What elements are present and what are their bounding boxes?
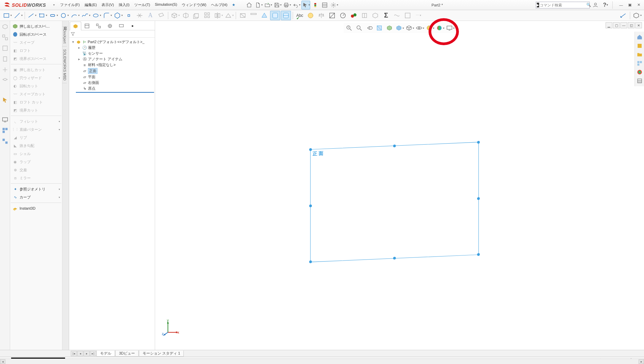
menu-insert[interactable]: 挿入(I) bbox=[117, 1, 131, 8]
feature-revolve-icon[interactable] bbox=[192, 11, 202, 20]
tp-view-palette-icon[interactable] bbox=[636, 59, 644, 67]
lb-weldment-icon[interactable] bbox=[1, 65, 9, 74]
lb-assembly-icon[interactable] bbox=[1, 33, 9, 42]
scroll-right-button[interactable]: ▸ bbox=[639, 359, 644, 364]
app-menu-dropdown[interactable] bbox=[49, 1, 58, 9]
mdi-max-icon[interactable]: ▢ bbox=[613, 22, 620, 28]
tree-tab-property[interactable] bbox=[81, 21, 93, 30]
command-search-input[interactable] bbox=[540, 3, 586, 7]
tabscroll-prev[interactable]: ◂ bbox=[77, 351, 83, 356]
options-panel-button[interactable] bbox=[320, 1, 329, 9]
tabscroll-last[interactable]: ▸| bbox=[90, 351, 96, 356]
sigma-icon[interactable]: Σ bbox=[381, 11, 391, 20]
tree-origin[interactable]: ↳原点 bbox=[70, 86, 154, 91]
deviation-icon[interactable] bbox=[392, 11, 402, 20]
open-document-button[interactable] bbox=[264, 1, 272, 9]
performance-icon[interactable] bbox=[349, 11, 359, 20]
eval-display1-icon[interactable] bbox=[270, 11, 280, 20]
cmd-reference-geometry[interactable]: ✦参照ジオメトリ bbox=[11, 185, 61, 193]
balance-icon[interactable] bbox=[316, 11, 326, 20]
section-properties-icon[interactable] bbox=[327, 11, 337, 20]
lb-display-icon[interactable] bbox=[1, 115, 9, 124]
tp-library-icon[interactable] bbox=[636, 42, 644, 50]
eval-display2-icon[interactable] bbox=[281, 11, 291, 20]
sketch-trim-icon[interactable] bbox=[135, 11, 145, 20]
cmd-curves[interactable]: ∿カーブ bbox=[11, 193, 61, 201]
tab-3dview[interactable]: 3Dビュー bbox=[115, 351, 139, 357]
tp-resources-icon[interactable] bbox=[636, 33, 644, 41]
lb-part-icon[interactable] bbox=[1, 22, 9, 31]
cmd-extrude-boss[interactable]: 押し出しボス/ベ... bbox=[11, 22, 61, 30]
check-icon[interactable] bbox=[370, 11, 380, 20]
tab-model[interactable]: モデル bbox=[96, 351, 115, 357]
help-button[interactable]: ? bbox=[601, 1, 610, 9]
tree-tab-config[interactable] bbox=[93, 21, 104, 30]
vtab-mbd[interactable]: SOLIDWORKS MBD bbox=[62, 47, 67, 84]
tab-motion-study[interactable]: モーション スタディ 1 bbox=[139, 351, 184, 357]
feature-rib-icon[interactable] bbox=[224, 11, 234, 20]
more-tools-icon[interactable]: ⋯ bbox=[413, 11, 423, 20]
sketch-rectangle-icon[interactable] bbox=[2, 11, 12, 20]
tree-history[interactable]: ▸🕑履歴 bbox=[70, 45, 154, 51]
scroll-left-button[interactable]: ◂ bbox=[0, 359, 5, 364]
tree-front-plane[interactable]: ▱正面 bbox=[70, 68, 154, 74]
save-button[interactable] bbox=[273, 1, 282, 9]
tabscroll-first[interactable]: |◂ bbox=[71, 351, 77, 356]
user-account-icon[interactable] bbox=[591, 1, 600, 9]
tree-scrollbar[interactable]: ◂ ▸ bbox=[0, 359, 644, 364]
front-plane-outline[interactable]: 正面 bbox=[310, 142, 479, 262]
menu-view[interactable]: 表示(V) bbox=[99, 1, 116, 8]
print-button[interactable] bbox=[283, 1, 291, 9]
command-search[interactable]: ▶ 🔍 bbox=[536, 2, 590, 8]
feature-mirror-icon[interactable] bbox=[213, 11, 223, 20]
mdi-close-icon[interactable]: ✕ bbox=[635, 22, 642, 28]
tree-root[interactable]: ▾🏳Part2 (デフォルト<<デフォルト>_ bbox=[70, 39, 154, 45]
sketch-polygon-icon[interactable] bbox=[113, 11, 123, 20]
sketch-fillet-icon[interactable] bbox=[102, 11, 112, 20]
tp-explorer-icon[interactable] bbox=[636, 51, 644, 59]
sketch-point-icon[interactable] bbox=[124, 11, 134, 20]
tree-filter-bar[interactable] bbox=[69, 30, 155, 38]
vtab-compare[interactable]: 比較 bbox=[62, 21, 68, 27]
tree-top-plane[interactable]: ▱平面 bbox=[70, 74, 154, 80]
section-view-icon[interactable] bbox=[375, 24, 384, 32]
display-style-icon[interactable] bbox=[405, 24, 414, 32]
lb-drawing-icon[interactable] bbox=[1, 44, 9, 53]
lb-appearances-icon[interactable] bbox=[1, 137, 9, 146]
mdi-float-icon[interactable]: ◱ bbox=[628, 22, 635, 28]
cmd-instant3d[interactable]: Instant3D bbox=[11, 204, 61, 212]
edit-appearance-icon[interactable] bbox=[425, 24, 435, 32]
sketch-text-icon[interactable]: A bbox=[145, 11, 155, 20]
apply-scene-icon[interactable] bbox=[435, 24, 445, 32]
tp-appearances-icon[interactable] bbox=[636, 68, 644, 76]
eval-section-icon[interactable] bbox=[238, 11, 248, 20]
restore-button[interactable]: ▣ bbox=[626, 2, 634, 8]
orientation-triad[interactable]: y x z bbox=[162, 319, 179, 336]
sketch-circle-icon[interactable] bbox=[59, 11, 69, 20]
tree-sensors[interactable]: 📡センサー bbox=[70, 51, 154, 56]
tree-tab-overflow[interactable]: ▸ bbox=[127, 21, 139, 30]
menu-file[interactable]: ファイル(F) bbox=[58, 1, 82, 8]
rebuild-right-icon[interactable] bbox=[632, 11, 642, 20]
tree-right-plane[interactable]: ▱右側面 bbox=[70, 80, 154, 86]
eval-draft-icon[interactable] bbox=[259, 11, 269, 20]
mass-properties-icon[interactable] bbox=[305, 11, 316, 20]
sketch-line2-icon[interactable] bbox=[27, 11, 37, 20]
lb-mold-icon[interactable] bbox=[1, 76, 9, 85]
close-button[interactable]: ✕ bbox=[635, 2, 643, 8]
tabscroll-next[interactable]: ▸ bbox=[84, 351, 90, 356]
tree-tab-feature[interactable] bbox=[70, 22, 81, 30]
dynamic-section-icon[interactable] bbox=[385, 24, 394, 32]
sketch-ellipse-icon[interactable] bbox=[91, 11, 101, 20]
previous-view-icon[interactable] bbox=[364, 24, 374, 32]
pin-menu-icon[interactable]: ★ bbox=[229, 1, 238, 9]
menu-edit[interactable]: 編集(E) bbox=[83, 1, 99, 8]
new-document-button[interactable] bbox=[254, 1, 263, 9]
sketch-spline-icon[interactable] bbox=[81, 11, 91, 20]
tree-material[interactable]: ≡材料 <指定なし> bbox=[70, 62, 154, 68]
dimension-right-icon[interactable] bbox=[618, 11, 628, 20]
compare-icon[interactable] bbox=[359, 11, 370, 20]
spellcheck-icon[interactable]: Abc✔ bbox=[295, 11, 305, 20]
tp-custom-props-icon[interactable] bbox=[636, 77, 644, 85]
mdi-restore-icon[interactable]: — bbox=[620, 22, 627, 28]
